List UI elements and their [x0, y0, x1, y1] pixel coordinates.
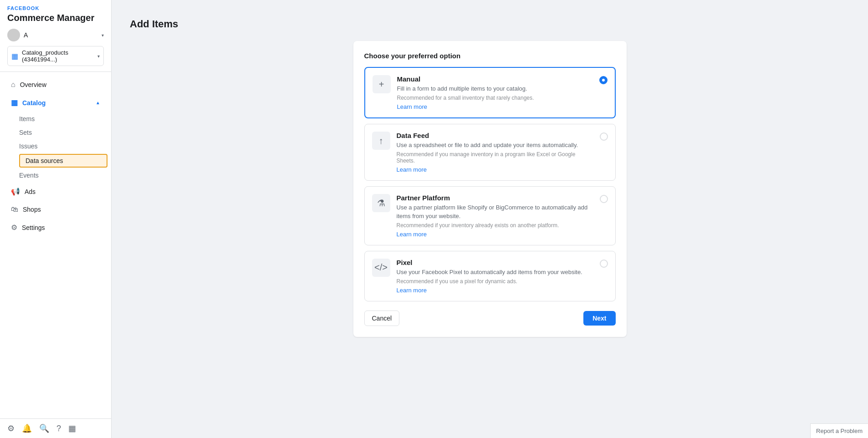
data-feed-icon: ↑ [379, 136, 383, 146]
catalog-selector[interactable]: ▦ Catalog_products (43461994...) ▾ [7, 46, 104, 66]
data-feed-learn-more[interactable]: Learn more [397, 166, 427, 173]
issues-label: Issues [19, 143, 37, 150]
manual-rec: Recommended for a small inventory that r… [397, 95, 593, 101]
sidebar-item-ads[interactable]: 📢 Ads [4, 183, 107, 200]
sets-label: Sets [19, 129, 32, 136]
sidebar-item-shops-label: Shops [23, 206, 41, 213]
partner-platform-rec: Recommended if your inventory already ex… [397, 222, 593, 229]
pixel-rec: Recommended if you use a pixel for dynam… [397, 278, 593, 285]
catalog-chevron-icon: ▾ [97, 54, 100, 59]
partner-platform-icon: ⚗ [377, 198, 385, 209]
avatar [7, 29, 20, 41]
sidebar-item-settings[interactable]: ⚙ Settings [4, 219, 107, 236]
events-label: Events [19, 172, 39, 179]
manual-radio[interactable] [599, 76, 608, 84]
pixel-title: Pixel [397, 259, 593, 266]
sidebar-item-ads-label: Ads [25, 188, 36, 195]
catalog-grid-icon: ▦ [11, 52, 18, 61]
sidebar-bottom: ⚙ 🔔 🔍 ? ▦ [0, 418, 111, 438]
manual-learn-more[interactable]: Learn more [397, 103, 427, 110]
manual-icon: + [379, 79, 384, 90]
card-subtitle: Choose your preferred option [364, 52, 616, 60]
bottom-help-icon[interactable]: ? [56, 424, 61, 433]
sidebar-item-data-sources[interactable]: Data sources ◄ [19, 154, 107, 168]
data-feed-title: Data Feed [397, 132, 593, 139]
pixel-desc: Use your Facebook Pixel to automatically… [397, 268, 593, 276]
sidebar-item-issues[interactable]: Issues [19, 139, 111, 153]
sidebar-item-overview[interactable]: ⌂ Overview [4, 76, 107, 93]
option-partner-platform[interactable]: ⚗ Partner Platform Use a partner platfor… [364, 186, 616, 245]
pixel-content: Pixel Use your Facebook Pixel to automat… [397, 259, 593, 294]
catalog-expand-icon: ▲ [96, 100, 100, 105]
next-button[interactable]: Next [583, 311, 615, 326]
overview-icon: ⌂ [11, 81, 15, 89]
sidebar-item-settings-label: Settings [22, 224, 45, 231]
option-data-feed[interactable]: ↑ Data Feed Use a spreadsheet or file to… [364, 124, 616, 181]
sidebar-item-catalog[interactable]: ▦ Catalog ▲ [4, 94, 107, 112]
partner-platform-title: Partner Platform [397, 194, 593, 202]
app-title: Commerce Manager [7, 13, 104, 23]
card-actions: Cancel Next [364, 311, 616, 326]
items-label: Items [19, 115, 35, 122]
pixel-icon: </> [374, 262, 388, 273]
account-chevron-icon: ▾ [102, 33, 104, 38]
sidebar-item-shops[interactable]: 🛍 Shops [4, 201, 107, 218]
sidebar-item-events[interactable]: Events [19, 168, 111, 182]
pixel-learn-more[interactable]: Learn more [397, 287, 427, 294]
page-title: Add Items [130, 18, 850, 30]
cancel-button[interactable]: Cancel [364, 311, 400, 326]
facebook-label: FACEBOOK [7, 5, 104, 11]
sidebar: FACEBOOK Commerce Manager A ▾ ▦ Catalog_… [0, 0, 112, 438]
data-sources-label: Data sources [26, 157, 63, 164]
account-name: A [24, 31, 98, 39]
catalog-icon: ▦ [11, 98, 18, 107]
manual-desc: Fill in a form to add multiple items to … [397, 85, 593, 93]
bottom-grid-icon[interactable]: ▦ [68, 423, 76, 433]
partner-platform-desc: Use a partner platform like Shopify or B… [397, 204, 593, 220]
partner-platform-radio[interactable] [600, 195, 608, 203]
partner-platform-learn-more[interactable]: Learn more [397, 231, 427, 238]
option-manual[interactable]: + Manual Fill in a form to add multiple … [364, 67, 616, 118]
partner-platform-icon-box: ⚗ [372, 194, 390, 212]
bottom-settings-icon[interactable]: ⚙ [7, 423, 15, 433]
settings-icon: ⚙ [11, 223, 17, 232]
partner-platform-content: Partner Platform Use a partner platform … [397, 194, 593, 237]
sidebar-top: FACEBOOK Commerce Manager A ▾ ▦ Catalog_… [0, 0, 111, 72]
catalog-name: Catalog_products (43461994...) [22, 49, 94, 63]
main-content: Add Items Choose your preferred option +… [112, 0, 868, 438]
data-feed-content: Data Feed Use a spreadsheet or file to a… [397, 132, 593, 173]
pixel-icon-box: </> [372, 259, 390, 277]
bottom-search-icon[interactable]: 🔍 [39, 423, 49, 433]
add-items-card: Choose your preferred option + Manual Fi… [353, 41, 627, 337]
sidebar-item-items[interactable]: Items [19, 112, 111, 126]
shops-icon: 🛍 [11, 205, 18, 214]
data-feed-desc: Use a spreadsheet or file to add and upd… [397, 141, 593, 149]
sidebar-nav: ⌂ Overview ▦ Catalog ▲ Items Sets Issues… [0, 72, 111, 418]
data-feed-icon-box: ↑ [372, 132, 390, 150]
manual-title: Manual [397, 75, 593, 83]
pixel-radio[interactable] [600, 260, 608, 268]
sidebar-item-overview-label: Overview [20, 81, 46, 88]
manual-icon-box: + [373, 75, 391, 93]
sidebar-item-sets[interactable]: Sets [19, 126, 111, 139]
report-problem-link[interactable]: Report a Problem [810, 423, 868, 438]
account-selector[interactable]: A ▾ [7, 29, 104, 41]
bottom-bell-icon[interactable]: 🔔 [22, 423, 32, 433]
option-pixel[interactable]: </> Pixel Use your Facebook Pixel to aut… [364, 251, 616, 301]
sidebar-item-catalog-label: Catalog [22, 99, 46, 107]
data-feed-rec: Recommended if you manage inventory in a… [397, 151, 593, 164]
ads-icon: 📢 [11, 187, 20, 196]
data-feed-radio[interactable] [600, 132, 608, 141]
catalog-sub-nav: Items Sets Issues Data sources ◄ Events [0, 112, 111, 182]
manual-content: Manual Fill in a form to add multiple it… [397, 75, 593, 110]
